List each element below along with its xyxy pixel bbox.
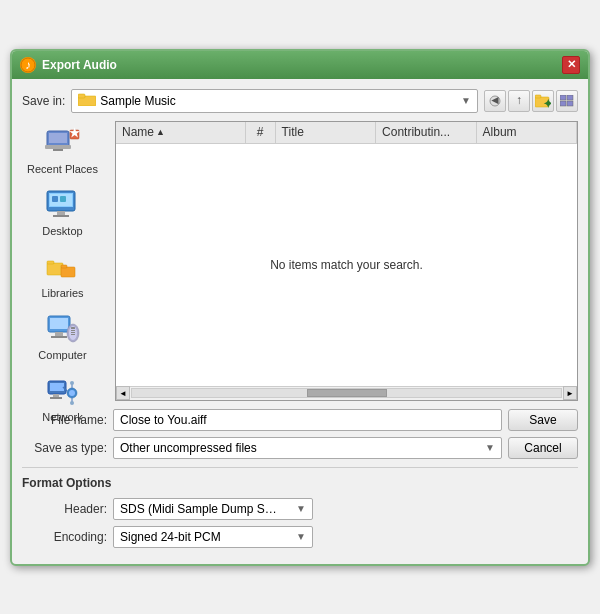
svg-rect-17	[53, 149, 63, 151]
form-rows: File name: Save Save as type: Other unco…	[22, 409, 578, 459]
header-dropdown[interactable]: SDS (Midi Sample Dump Stan ▼	[113, 498, 313, 520]
dropdown-arrow-icon: ▼	[461, 95, 471, 106]
filename-label: File name:	[22, 413, 107, 427]
svg-text:↑: ↑	[516, 95, 522, 107]
sidebar-label-libraries: Libraries	[41, 287, 83, 299]
sidebar-item-recent-places[interactable]: ★ Recent Places	[22, 121, 103, 179]
svg-rect-15	[49, 133, 67, 143]
sort-indicator: ▲	[156, 127, 165, 137]
close-button[interactable]: ✕	[562, 56, 580, 74]
svg-rect-13	[567, 101, 573, 106]
svg-rect-12	[560, 101, 566, 106]
svg-rect-40	[71, 334, 75, 335]
title-bar: ♪ Export Audio ✕	[12, 51, 588, 79]
savetype-label: Save as type:	[22, 441, 107, 455]
recent-places-icon: ★	[45, 125, 81, 161]
svg-rect-8	[535, 95, 541, 98]
svg-text:✦: ✦	[543, 97, 551, 108]
svg-rect-38	[71, 330, 75, 331]
svg-point-46	[69, 390, 75, 396]
format-options-title: Format Options	[22, 476, 578, 490]
network-icon	[45, 373, 81, 409]
computer-icon	[45, 311, 81, 347]
col-header-album[interactable]: Album	[477, 122, 577, 143]
dialog-body: Save in: Sample Music ▼ ◄ ↑	[12, 79, 588, 564]
save-in-dropdown[interactable]: Sample Music ▼	[71, 89, 478, 113]
svg-rect-27	[47, 263, 63, 275]
dialog-title: Export Audio	[42, 58, 117, 72]
cancel-button[interactable]: Cancel	[508, 437, 578, 459]
svg-text:♪: ♪	[25, 58, 31, 72]
svg-rect-43	[53, 394, 59, 397]
scroll-thumb[interactable]	[307, 389, 387, 397]
col-header-number[interactable]: #	[246, 122, 276, 143]
encoding-label: Encoding:	[22, 530, 107, 544]
svg-rect-37	[71, 327, 75, 329]
savetype-input-wrap: Other uncompressed files ▼ Cancel	[113, 437, 578, 459]
col-header-name[interactable]: Name ▲	[116, 122, 246, 143]
sidebar-item-computer[interactable]: Computer	[22, 307, 103, 365]
svg-rect-11	[567, 95, 573, 100]
toolbar-icons: ◄ ↑ ✦	[484, 90, 578, 112]
header-row: Header: SDS (Midi Sample Dump Stan ▼	[22, 498, 578, 520]
scroll-right-button[interactable]: ►	[563, 386, 577, 400]
col-header-contributing[interactable]: Contributin...	[376, 122, 476, 143]
app-icon: ♪	[20, 57, 36, 73]
sidebar-label-desktop: Desktop	[42, 225, 82, 237]
scroll-left-button[interactable]: ◄	[116, 386, 130, 400]
sidebar-label-computer: Computer	[38, 349, 86, 361]
file-list-header: Name ▲ # Title Contributin... Album	[116, 122, 577, 144]
file-list-area: Name ▲ # Title Contributin... Album	[115, 121, 578, 401]
folder-icon	[78, 92, 96, 109]
horizontal-scrollbar[interactable]: ◄ ►	[116, 386, 577, 400]
new-folder-button[interactable]: ✦	[532, 90, 554, 112]
svg-rect-32	[50, 318, 68, 329]
svg-rect-30	[61, 265, 67, 268]
svg-rect-44	[50, 397, 62, 399]
svg-rect-26	[60, 196, 66, 202]
back-button[interactable]: ◄	[484, 90, 506, 112]
savetype-dropdown[interactable]: Other uncompressed files ▼	[113, 437, 502, 459]
svg-rect-16	[45, 145, 71, 149]
empty-message: No items match your search.	[270, 258, 423, 272]
svg-rect-22	[57, 211, 65, 215]
format-options-section: Format Options Header: SDS (Midi Sample …	[22, 476, 578, 548]
save-in-label: Save in:	[22, 94, 65, 108]
filename-input[interactable]	[113, 409, 502, 431]
current-folder-name: Sample Music	[100, 94, 457, 108]
col-header-title[interactable]: Title	[276, 122, 376, 143]
scroll-track[interactable]	[131, 388, 562, 398]
save-in-row: Save in: Sample Music ▼ ◄ ↑	[22, 89, 578, 113]
encoding-dropdown[interactable]: Signed 24-bit PCM ▼	[113, 526, 313, 548]
divider	[22, 467, 578, 468]
sidebar-item-desktop[interactable]: Desktop	[22, 183, 103, 241]
savetype-row: Save as type: Other uncompressed files ▼…	[22, 437, 578, 459]
libraries-icon	[45, 249, 81, 285]
encoding-row: Encoding: Signed 24-bit PCM ▼	[22, 526, 578, 548]
svg-rect-34	[51, 336, 67, 338]
svg-rect-33	[55, 332, 63, 336]
desktop-icon	[45, 187, 81, 223]
header-label: Header:	[22, 502, 107, 516]
title-bar-left: ♪ Export Audio	[20, 57, 117, 73]
sidebar-label-recent-places: Recent Places	[27, 163, 98, 175]
sidebar: ★ Recent Places	[22, 121, 107, 401]
views-button[interactable]	[556, 90, 578, 112]
filename-input-wrap: Save	[113, 409, 578, 431]
sidebar-item-libraries[interactable]: Libraries	[22, 245, 103, 303]
svg-point-49	[70, 381, 74, 385]
svg-rect-29	[61, 267, 75, 277]
encoding-dropdown-arrow: ▼	[296, 531, 306, 542]
save-button[interactable]: Save	[508, 409, 578, 431]
svg-rect-23	[53, 215, 69, 217]
svg-rect-10	[560, 95, 566, 100]
header-dropdown-arrow: ▼	[296, 503, 306, 514]
svg-rect-39	[71, 332, 75, 333]
svg-point-51	[70, 401, 74, 405]
up-button[interactable]: ↑	[508, 90, 530, 112]
svg-rect-25	[52, 196, 58, 202]
svg-rect-3	[78, 94, 85, 98]
svg-text:★: ★	[68, 126, 79, 140]
savetype-dropdown-arrow: ▼	[485, 442, 495, 453]
header-input-wrap: SDS (Midi Sample Dump Stan ▼	[113, 498, 578, 520]
